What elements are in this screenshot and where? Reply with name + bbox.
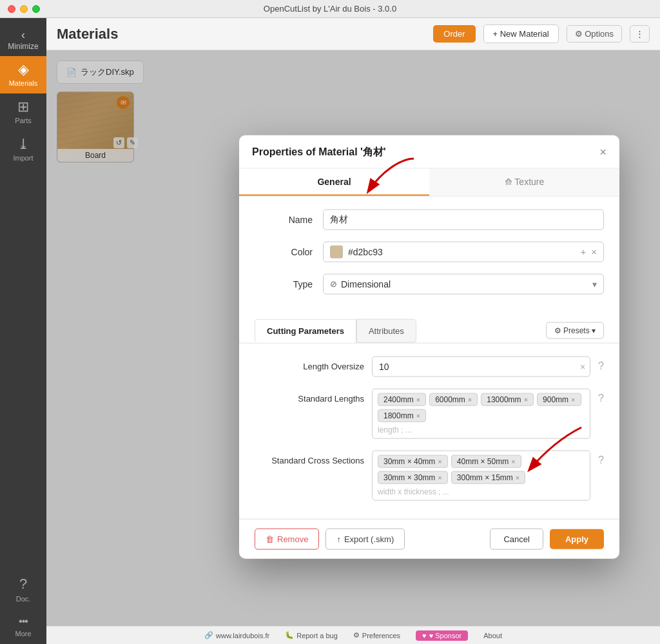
length-oversize-field-wrap: × [372, 356, 590, 376]
name-row: Name [255, 209, 604, 229]
sidebar-item-more[interactable]: ••• More [0, 609, 46, 644]
type-field[interactable]: ⊘ Dimensional ▾ [323, 273, 604, 294]
color-add-button[interactable]: + [580, 246, 586, 257]
dialog-title: Properties of Material '角材' [252, 145, 386, 159]
length-oversize-clear-button[interactable]: × [580, 361, 585, 371]
sidebar-item-doc[interactable]: ? Doc. [0, 569, 46, 609]
parts-icon: ⊞ [17, 100, 29, 114]
tag-1800mm: 1800mm × [378, 409, 426, 422]
import-icon: ⤓ [17, 137, 29, 151]
color-field: #d2bc93 + × [323, 241, 604, 262]
standard-cross-sections-row: Standard Cross Sections 30mm × 40mm × 40… [255, 450, 604, 500]
tag-300x15: 300mm × 15mm × [451, 471, 525, 483]
apply-button[interactable]: Apply [550, 529, 604, 549]
tag-remove-icon[interactable]: × [416, 395, 420, 403]
titlebar: OpenCutList by L'Air du Bois - 3.0.0 [0, 0, 660, 18]
color-actions: + × [580, 246, 597, 257]
tab-texture[interactable]: ⟰ Texture [429, 168, 619, 195]
tab-cutting-parameters[interactable]: Cutting Parameters [255, 318, 356, 342]
preferences-link[interactable]: ⚙ Preferences [353, 631, 400, 639]
length-oversize-label: Length Oversize [255, 356, 364, 371]
standard-lengths-help-icon[interactable]: ? [598, 388, 604, 404]
cancel-button[interactable]: Cancel [490, 528, 543, 549]
sidebar-bottom: ? Doc. ••• More [0, 569, 46, 644]
standard-cross-placeholder: width x thickness ; ... [378, 487, 585, 496]
main-header: Materials Order + New Material ⚙ Options… [46, 18, 660, 50]
tag-remove-icon[interactable]: × [511, 457, 515, 465]
inner-tabs: Cutting Parameters Attributes [255, 318, 416, 342]
dialog-header: Properties of Material '角材' × [239, 135, 619, 168]
sponsor-button[interactable]: ♥ ♥ Sponsor [416, 630, 468, 641]
remove-button[interactable]: 🗑 Remove [255, 528, 319, 549]
dialog-close-button[interactable]: × [599, 146, 607, 158]
more-label: More [15, 630, 31, 638]
tag-remove-icon[interactable]: × [524, 395, 528, 403]
app-layout: ‹ Minimize ◈ Materials ⊞ Parts ⤓ Import … [0, 18, 660, 644]
maximize-button[interactable] [32, 5, 40, 13]
standard-lengths-tags-field[interactable]: 2400mm × 6000mm × 13000mm × [372, 388, 590, 438]
sidebar-item-label: Import [13, 154, 33, 162]
preferences-icon: ⚙ [353, 631, 360, 639]
name-input[interactable] [323, 209, 604, 229]
export-icon: ↑ [336, 534, 341, 543]
tag-remove-icon[interactable]: × [416, 411, 420, 419]
close-button[interactable] [8, 5, 15, 13]
chevron-down-icon: ▾ [592, 278, 597, 289]
chevron-left-icon: ‹ [3, 28, 44, 42]
heart-icon: ♥ [422, 632, 427, 639]
preferences-label: Preferences [362, 632, 400, 639]
more-options-button[interactable]: ⋮ [630, 25, 650, 43]
about-label: About [483, 632, 502, 639]
order-button[interactable]: Order [433, 25, 475, 43]
new-material-button[interactable]: + New Material [483, 24, 559, 43]
sidebar: ‹ Minimize ◈ Materials ⊞ Parts ⤓ Import … [0, 18, 46, 644]
tag-remove-icon[interactable]: × [516, 473, 519, 481]
color-remove-button[interactable]: × [591, 246, 597, 257]
color-hex-value: #d2bc93 [348, 246, 383, 257]
report-bug-link[interactable]: 🐛 Report a bug [285, 631, 338, 639]
sidebar-item-import[interactable]: ⤓ Import [0, 131, 46, 168]
link-icon: 🔗 [204, 631, 213, 639]
options-button[interactable]: ⚙ Options [567, 25, 622, 43]
color-swatch[interactable] [330, 245, 343, 258]
window-title: OpenCutList by L'Air du Bois - 3.0.0 [264, 4, 396, 14]
dialog-form: Name Color #d2bc93 + × [239, 196, 619, 318]
standard-cross-field-wrap: 30mm × 40mm × 40mm × 50mm × 30mm × 30mm … [372, 450, 590, 500]
tab-general[interactable]: General [239, 168, 429, 195]
sidebar-item-label: Parts [15, 117, 32, 124]
page-title: Materials [57, 26, 425, 43]
color-label: Color [255, 246, 313, 257]
minimize-label: Minimize [8, 42, 38, 51]
tag-30x40: 30mm × 40mm × [378, 454, 448, 467]
tag-2400mm: 2400mm × [378, 393, 426, 405]
about-link[interactable]: About [483, 632, 502, 639]
standard-lengths-row: Standard Lengths 2400mm × 6000mm × [255, 388, 604, 438]
length-oversize-input[interactable] [372, 356, 590, 376]
sidebar-item-materials[interactable]: ◈ Materials [0, 56, 46, 93]
standard-cross-help-icon[interactable]: ? [598, 450, 604, 465]
export-button[interactable]: ↑ Export (.skm) [325, 528, 405, 549]
length-oversize-help-icon[interactable]: ? [598, 356, 604, 371]
tag-remove-icon[interactable]: × [438, 457, 442, 465]
tag-remove-icon[interactable]: × [438, 473, 442, 481]
website-label: www.lairdubois.fr [216, 632, 269, 639]
content-area: 📄 ラックDIY.skp ✉ Board ↺ ✎ [46, 50, 660, 626]
standard-cross-tags-field[interactable]: 30mm × 40mm × 40mm × 50mm × 30mm × 30mm … [372, 450, 590, 500]
more-icon: ••• [19, 616, 28, 627]
minimize-button[interactable] [20, 5, 28, 13]
trash-icon: 🗑 [266, 534, 274, 543]
sidebar-item-parts[interactable]: ⊞ Parts [0, 93, 46, 131]
type-label: Type [255, 278, 313, 289]
name-label: Name [255, 214, 313, 224]
minimize-sidebar-button[interactable]: ‹ Minimize [0, 23, 46, 56]
tab-attributes[interactable]: Attributes [356, 318, 416, 342]
tag-remove-icon[interactable]: × [571, 395, 575, 403]
bug-icon: 🐛 [285, 631, 294, 639]
standard-cross-label: Standard Cross Sections [255, 450, 364, 465]
sidebar-item-label: Materials [9, 79, 38, 87]
tag-remove-icon[interactable]: × [468, 395, 472, 403]
tag-13000mm: 13000mm × [481, 393, 534, 405]
website-link[interactable]: 🔗 www.lairdubois.fr [204, 631, 269, 639]
presets-button[interactable]: ⚙ Presets ▾ [546, 322, 604, 339]
length-oversize-row: Length Oversize × ? [255, 356, 604, 376]
